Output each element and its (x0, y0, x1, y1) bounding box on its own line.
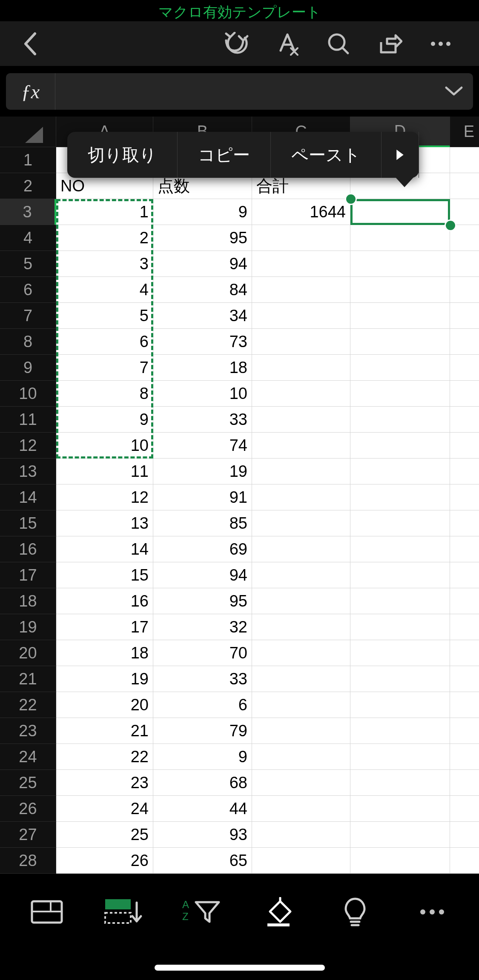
cell-E2[interactable] (450, 173, 479, 199)
row-header[interactable]: 3 (0, 199, 56, 225)
cell-B7[interactable]: 34 (153, 303, 252, 329)
fill-button[interactable] (250, 891, 306, 933)
row-header[interactable]: 7 (0, 303, 56, 329)
cell-A16[interactable]: 14 (56, 536, 153, 562)
cell-A10[interactable]: 8 (56, 381, 153, 407)
cell-E6[interactable] (450, 277, 479, 303)
cell-B8[interactable]: 73 (153, 329, 252, 355)
cell-B22[interactable]: 6 (153, 692, 252, 718)
row-header[interactable]: 25 (0, 770, 56, 796)
more-button[interactable] (415, 27, 466, 61)
row-header[interactable]: 24 (0, 744, 56, 770)
cell-C3[interactable]: 1644 (252, 199, 350, 225)
row-header[interactable]: 5 (0, 251, 56, 277)
cell-B4[interactable]: 95 (153, 225, 252, 251)
row-header[interactable]: 21 (0, 666, 56, 692)
cell-B9[interactable]: 18 (153, 355, 252, 381)
cell-D12[interactable] (350, 433, 450, 459)
cell-D27[interactable] (350, 822, 450, 848)
cell-B27[interactable]: 93 (153, 822, 252, 848)
cell-C25[interactable] (252, 770, 350, 796)
cell-D20[interactable] (350, 640, 450, 666)
cell-B23[interactable]: 79 (153, 718, 252, 744)
cell-A17[interactable]: 15 (56, 562, 153, 588)
row-header[interactable]: 14 (0, 484, 56, 510)
context-cut[interactable]: 切り取り (67, 132, 178, 178)
cell-A11[interactable]: 9 (56, 407, 153, 433)
spreadsheet-grid[interactable]: A B C D E 12NO点数合計3191644429553946484753… (0, 117, 479, 881)
cell-A25[interactable]: 23 (56, 770, 153, 796)
cell-B3[interactable]: 9 (153, 199, 252, 225)
context-copy[interactable]: コピー (178, 132, 271, 178)
cell-A6[interactable]: 4 (56, 277, 153, 303)
cell-E27[interactable] (450, 822, 479, 848)
cell-C11[interactable] (252, 407, 350, 433)
formula-input[interactable] (55, 73, 435, 110)
cell-E26[interactable] (450, 796, 479, 822)
cell-A27[interactable]: 25 (56, 822, 153, 848)
cell-A22[interactable]: 20 (56, 692, 153, 718)
cell-C28[interactable] (252, 848, 350, 874)
row-header[interactable]: 16 (0, 536, 56, 562)
undo-button[interactable] (211, 27, 262, 61)
cell-C12[interactable] (252, 433, 350, 459)
cell-D10[interactable] (350, 381, 450, 407)
cell-C24[interactable] (252, 744, 350, 770)
cell-D9[interactable] (350, 355, 450, 381)
cell-D26[interactable] (350, 796, 450, 822)
cell-A8[interactable]: 6 (56, 329, 153, 355)
cell-B13[interactable]: 19 (153, 459, 252, 484)
cell-C21[interactable] (252, 666, 350, 692)
cell-A28[interactable]: 26 (56, 848, 153, 874)
cell-E3[interactable] (450, 199, 479, 225)
cell-B6[interactable]: 84 (153, 277, 252, 303)
cell-D6[interactable] (350, 277, 450, 303)
cell-B25[interactable]: 68 (153, 770, 252, 796)
cell-C8[interactable] (252, 329, 350, 355)
row-header[interactable]: 17 (0, 562, 56, 588)
cell-D3[interactable] (350, 199, 450, 225)
cell-D4[interactable] (350, 225, 450, 251)
cell-C7[interactable] (252, 303, 350, 329)
clear-format-button[interactable] (262, 27, 313, 61)
cell-B12[interactable]: 74 (153, 433, 252, 459)
cell-E11[interactable] (450, 407, 479, 433)
ideas-button[interactable] (327, 891, 383, 933)
cell-D17[interactable] (350, 562, 450, 588)
row-header[interactable]: 10 (0, 381, 56, 407)
cell-E14[interactable] (450, 484, 479, 510)
row-header[interactable]: 15 (0, 510, 56, 536)
col-header-E[interactable]: E (450, 117, 479, 147)
cell-E17[interactable] (450, 562, 479, 588)
cell-D8[interactable] (350, 329, 450, 355)
sort-filter-button[interactable]: A Z (173, 891, 229, 933)
row-header[interactable]: 13 (0, 459, 56, 484)
cell-D15[interactable] (350, 510, 450, 536)
cell-E13[interactable] (450, 459, 479, 484)
cell-C13[interactable] (252, 459, 350, 484)
cell-B18[interactable]: 95 (153, 588, 252, 614)
row-header[interactable]: 26 (0, 796, 56, 822)
cell-A5[interactable]: 3 (56, 251, 153, 277)
cell-A7[interactable]: 5 (56, 303, 153, 329)
cell-B26[interactable]: 44 (153, 796, 252, 822)
cell-C6[interactable] (252, 277, 350, 303)
cell-E12[interactable] (450, 433, 479, 459)
insert-row-button[interactable] (96, 891, 152, 933)
cell-D24[interactable] (350, 744, 450, 770)
cell-A24[interactable]: 22 (56, 744, 153, 770)
cell-E9[interactable] (450, 355, 479, 381)
search-button[interactable] (313, 27, 364, 61)
cell-D19[interactable] (350, 614, 450, 640)
row-header[interactable]: 19 (0, 614, 56, 640)
cell-C20[interactable] (252, 640, 350, 666)
row-header[interactable]: 1 (0, 147, 56, 173)
cell-C23[interactable] (252, 718, 350, 744)
cell-B20[interactable]: 70 (153, 640, 252, 666)
row-header[interactable]: 6 (0, 277, 56, 303)
formula-expand-button[interactable] (435, 73, 473, 110)
cell-D18[interactable] (350, 588, 450, 614)
row-header[interactable]: 8 (0, 329, 56, 355)
row-header[interactable]: 11 (0, 407, 56, 433)
select-all-corner[interactable] (0, 117, 56, 147)
